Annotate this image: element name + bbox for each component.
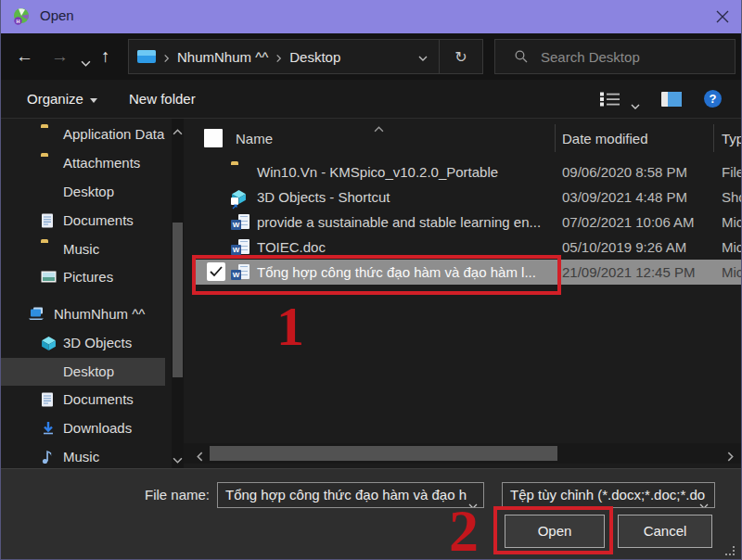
resize-grip[interactable] <box>725 546 735 555</box>
annotation-box-step2 <box>493 506 613 554</box>
document-icon <box>41 213 58 228</box>
document-icon <box>41 392 58 407</box>
scroll-up-icon[interactable] <box>172 122 184 135</box>
preview-pane-icon[interactable] <box>661 92 682 107</box>
sidebar-item-documents-quick[interactable]: Documents <box>1 207 165 235</box>
scroll-right-icon[interactable] <box>725 447 738 460</box>
list-header: Name Date modified Type <box>184 119 742 159</box>
window-title: Open <box>40 7 74 23</box>
address-dropdown-button[interactable] <box>407 48 439 65</box>
cancel-button[interactable]: Cancel <box>618 515 712 548</box>
folder-icon <box>41 127 58 142</box>
forward-button[interactable]: → <box>51 47 69 65</box>
shortcut-cube-icon <box>231 189 249 205</box>
3d-cube-icon <box>41 336 58 350</box>
sidebar-item-attachments[interactable]: Attachments <box>1 149 165 177</box>
picture-icon <box>41 270 58 285</box>
desktop-icon <box>41 185 58 199</box>
sidebar-item-downloads[interactable]: Downloads <box>1 414 165 442</box>
breadcrumb-user[interactable]: NhumNhum ^^ <box>177 49 268 65</box>
sort-ascending-icon <box>374 120 384 136</box>
sidebar-item-user-root[interactable]: NhumNhum ^^ <box>1 300 165 328</box>
sidebar-item-pictures[interactable]: Pictures <box>1 263 165 291</box>
sidebar-scrollbar-thumb[interactable] <box>173 223 183 377</box>
refresh-button[interactable]: ↻ <box>439 39 482 74</box>
horizontal-scrollbar[interactable] <box>184 443 742 464</box>
open-dialog-window: H Open ← → ↑ NhumNhum ^^ Desktop <box>0 0 742 560</box>
up-button[interactable]: ↑ <box>101 47 110 65</box>
file-row[interactable]: Win10.Vn - KMSpico_v10.2.0_Portable 09/0… <box>184 159 742 185</box>
select-all-checkbox[interactable] <box>204 129 223 147</box>
navigation-bar: ← → ↑ NhumNhum ^^ Desktop ↻ <box>1 33 741 80</box>
sidebar-item-documents[interactable]: Documents <box>1 386 165 414</box>
sidebar-item-music[interactable]: Music <box>1 443 165 468</box>
search-icon <box>515 50 528 63</box>
search-input[interactable] <box>541 49 698 65</box>
file-name-label: File name: <box>112 482 210 508</box>
word-document-icon: W <box>231 239 249 255</box>
organize-button[interactable]: Organize <box>27 80 97 119</box>
navigation-pane: Application Data Attachments Desktop Doc… <box>1 119 184 468</box>
annotation-box-step1 <box>192 255 561 295</box>
title-bar: H Open <box>1 0 741 33</box>
scroll-down-icon[interactable] <box>172 451 184 464</box>
folder-icon <box>231 164 249 180</box>
new-folder-button[interactable]: New folder <box>129 80 196 119</box>
views-icon[interactable] <box>600 92 622 110</box>
app-icon: H <box>12 7 31 26</box>
folder-icon <box>41 156 58 171</box>
sidebar-item-desktop-quick[interactable]: Desktop <box>1 178 165 206</box>
views-dropdown-button[interactable] <box>631 96 640 113</box>
breadcrumb-chevron-icon <box>162 48 171 65</box>
shortcut-arrow-icon <box>231 197 238 205</box>
computer-icon <box>29 307 45 322</box>
column-header-date-modified[interactable]: Date modified <box>562 119 648 159</box>
chevron-down-icon <box>699 492 709 508</box>
column-divider[interactable] <box>713 124 714 152</box>
help-icon[interactable]: ? <box>704 90 722 108</box>
chevron-down-icon <box>90 98 97 103</box>
music-note-icon <box>41 450 58 465</box>
horizontal-scrollbar-thumb[interactable] <box>210 446 557 461</box>
close-icon[interactable] <box>715 9 730 24</box>
folder-icon <box>41 242 58 257</box>
download-icon <box>41 421 58 436</box>
sidebar-item-desktop[interactable]: Desktop <box>1 358 165 386</box>
address-bar[interactable]: NhumNhum ^^ Desktop ↻ <box>128 39 483 74</box>
sidebar-item-3d-objects[interactable]: 3D Objects <box>1 329 165 357</box>
file-row[interactable]: W provide a sustainable and stable learn… <box>184 210 742 235</box>
word-document-icon: W <box>231 214 249 230</box>
sidebar-scrollbar[interactable] <box>172 119 184 468</box>
breadcrumb-location[interactable]: Desktop <box>289 49 340 65</box>
scroll-left-icon[interactable] <box>195 447 208 460</box>
column-divider[interactable] <box>555 124 556 152</box>
column-header-name[interactable]: Name <box>236 119 273 159</box>
annotation-step1-number: 1 <box>276 299 304 354</box>
file-row[interactable]: 3D Objects - Shortcut 03/09/2021 4:48 PM… <box>184 185 742 210</box>
annotation-step2-number: 2 <box>449 502 479 560</box>
sidebar-item-music-quick[interactable]: Music <box>1 235 165 263</box>
desktop-icon <box>41 364 58 379</box>
dialog-footer: File name: Tổng hợp công thức đạo hàm và… <box>1 468 741 560</box>
svg-text:H: H <box>17 19 20 24</box>
breadcrumb-chevron-icon <box>275 48 283 65</box>
desktop-location-icon <box>137 50 156 63</box>
file-type-combobox[interactable]: Tệp tùy chỉnh (*.docx;*.doc;*.do <box>502 482 715 508</box>
file-name-combobox[interactable]: Tổng hợp công thức đạo hàm và đạo h <box>217 482 484 508</box>
back-button[interactable]: ← <box>16 47 33 65</box>
recent-locations-button[interactable] <box>81 54 91 70</box>
sidebar-item-application-data[interactable]: Application Data <box>1 121 165 148</box>
command-toolbar: Organize New folder ? <box>1 80 741 119</box>
column-header-type[interactable]: Type <box>722 119 742 159</box>
search-box[interactable] <box>494 39 736 74</box>
